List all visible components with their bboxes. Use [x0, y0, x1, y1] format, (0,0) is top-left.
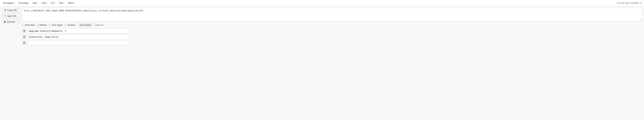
nav-item-xss[interactable]: XSS ▾ [40, 1, 49, 5]
encoding-label: Encoding [18, 2, 28, 4]
header-row-0: H [22, 29, 642, 33]
nav-item-encryption[interactable]: Encryption ▾ [2, 1, 16, 5]
partial-header-input[interactable] [28, 40, 129, 45]
nav-item-xxe[interactable]: XXE ▾ [57, 1, 66, 5]
execute-button[interactable]: ▶ Execute [2, 19, 21, 24]
load-url-icon: ⬆ [4, 9, 6, 12]
execute-icon: ▶ [4, 20, 6, 23]
options-row: Post data Referer User Agent Cookies Add… [22, 23, 642, 27]
execute-label: Execute [7, 20, 15, 23]
nav-item-sql[interactable]: SQL ▾ [31, 1, 40, 5]
split-url-button[interactable]: ✂ Split URL [2, 14, 21, 18]
navbar-items: Encryption ▾ Encoding ▾ SQL ▾ XSS ▾ LFI … [2, 1, 76, 5]
navbar: Encryption ▾ Encoding ▾ SQL ▾ XSS ▾ LFI … [0, 0, 644, 6]
nav-item-other[interactable]: Other ▾ [66, 1, 76, 5]
post-data-checkbox-label[interactable]: Post data [22, 24, 34, 26]
header-row-1: H [22, 34, 642, 39]
url-area: Post data Referer User Agent Cookies Add… [22, 8, 642, 45]
cookies-label: Cookies [68, 24, 76, 26]
referer-label: Referer [40, 24, 47, 26]
header-input-0[interactable] [28, 29, 129, 33]
split-url-icon: ✂ [4, 14, 6, 17]
referer-checkbox-label[interactable]: Referer [37, 24, 47, 26]
hackbar-version: HackBar v2 [630, 2, 642, 4]
header-input-1[interactable] [28, 34, 129, 39]
clear-all-label: Clear All [95, 24, 103, 26]
cookies-checkbox-label[interactable]: Cookies [65, 24, 76, 26]
sql-chevron: ▾ [38, 2, 38, 4]
clear-all-button[interactable]: Clear All [95, 24, 103, 26]
user-agent-checkbox-label[interactable]: User Agent [49, 24, 62, 26]
user-agent-checkbox[interactable] [49, 24, 51, 26]
encryption-chevron: ▾ [14, 2, 15, 4]
lfi-label: LFI [51, 2, 54, 4]
load-url-button[interactable]: ⬆ Load URL [2, 8, 21, 12]
user-agent-label: User Agent [52, 24, 62, 26]
encryption-label: Encryption [4, 2, 14, 4]
referer-checkbox[interactable] [37, 24, 39, 26]
post-data-label: Post data [25, 24, 34, 26]
post-data-checkbox[interactable] [22, 24, 24, 26]
encoding-chevron: ▾ [28, 2, 29, 4]
split-url-label: Split URL [7, 15, 16, 17]
sql-label: SQL [32, 2, 37, 4]
partial-header-row: H [22, 40, 642, 45]
lfi-chevron: ▾ [54, 2, 55, 4]
xxe-chevron: ▾ [64, 2, 64, 4]
header-badge-0: H [22, 29, 26, 33]
nav-item-lfi[interactable]: LFI ▾ [50, 1, 57, 5]
commit-now-link[interactable]: Commit now! [617, 2, 630, 4]
header-badge-1: H [22, 35, 26, 39]
xxe-label: XXE [59, 2, 63, 4]
other-chevron: ▾ [74, 2, 75, 4]
nav-item-encoding[interactable]: Encoding ▾ [17, 1, 30, 5]
xss-label: XSS [42, 2, 46, 4]
cookies-checkbox[interactable] [65, 24, 67, 26]
other-label: Other [68, 2, 74, 4]
url-input[interactable] [22, 8, 642, 21]
navbar-right: Commit now! HackBar v2 [617, 2, 642, 4]
xss-chevron: ▾ [47, 2, 48, 4]
add-header-label: Add Header [80, 24, 91, 26]
left-buttons: ⬆ Load URL ✂ Split URL ▶ Execute [2, 8, 21, 45]
partial-header-badge: H [22, 41, 26, 45]
add-header-button[interactable]: Add Header [78, 23, 93, 27]
main-content: ⬆ Load URL ✂ Split URL ▶ Execute Post da… [0, 6, 644, 47]
header-rows: H H H [22, 29, 642, 45]
load-url-label: Load URL [7, 9, 17, 12]
